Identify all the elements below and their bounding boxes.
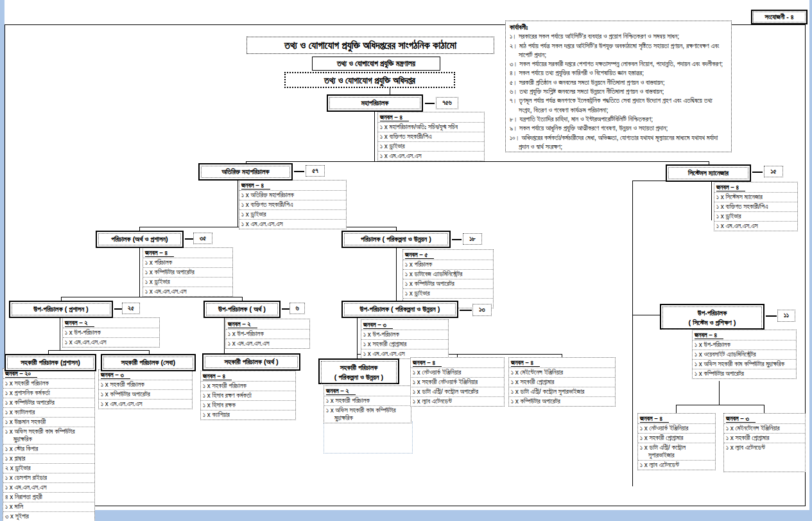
position-count-badge: ১১ [777, 310, 795, 322]
staff-row: ২ x ড্রাইভার [3, 463, 94, 473]
staff-row: ১ x হিসাব রক্ষণ কর্মকর্তা [201, 391, 295, 400]
staff-list-adg: জনবল – ৪ ১ x অতিরিক্ত মহাপরিচালক ১ x ব্য… [239, 180, 347, 229]
staff-list-system-network-team: জনবল – ৪ ১ x নেটওয়ার্ক ইঞ্জিনিয়ার ১ x … [637, 413, 716, 470]
node-title-line1: উপ-পরিচালক [698, 309, 727, 317]
position-count-badge: ১৮ [463, 233, 482, 245]
staff-row: ১ x উপ-পরিচালক [693, 340, 796, 349]
staff-row: ১ x অফিস সহকারী কাম কম্পিউটার মুদ্রাক্ষর… [693, 359, 796, 369]
node-title: সহকারী পরিচালক (প্রশাসন) [7, 357, 94, 369]
staff-row: ৪ x নিরাপত্তা প্রহরী [3, 492, 94, 502]
staff-row: ১ x সহকারী প্রোগ্রামার [724, 433, 805, 443]
staff-count-header: জনবল – ৪ [380, 114, 409, 121]
staff-count-header: জনবল – ৪ [241, 182, 270, 190]
position-count-badge: ৭৫৬ [436, 97, 458, 109]
position-count-badge: ১৩ [472, 304, 492, 316]
function-item: ১০। অধিদপ্তরের কর্মকর্তা/কর্মচারীদের মেধ… [510, 134, 727, 152]
staff-row: ১ x মেইনটেনেন্স ইঞ্জিনিয়ার [724, 423, 805, 433]
staff-list-network-team: জনবল – ৪ ১ x নেটওয়ার্ক ইঞ্জিনিয়ার ১ x … [410, 357, 505, 407]
connector-line [719, 381, 720, 405]
connector-line [60, 316, 60, 350]
staff-row: ১ x কম্পিউটার অপারেটর [99, 389, 192, 399]
staff-list-assistant-director-planning-dev: জনবল – ২ ১ x সহকারী পরিচালক ১ x অফিস সহক… [324, 385, 411, 423]
connector-line [396, 247, 397, 301]
node-title: সিস্টেমস ম্যানেজার [668, 167, 748, 179]
staff-row: ১ x এম.এল.এস.এস [378, 151, 484, 161]
connector-line [676, 405, 677, 413]
node-director-planning-dev: পরিচালক ( পরিকল্পনা ও উন্নয়ন ) [341, 231, 451, 248]
node-deputy-director-system-training: উপ-পরিচালক ( সিস্টেম ও প্রশিক্ষণ ) [660, 304, 764, 330]
staff-row: ১ x কম্পিউটার অপারেটর [403, 279, 493, 288]
node-assistant-director-service: সহকারী পরিচালক (সেবা) [101, 354, 196, 371]
staff-row: ১ x নেটওয়ার্ক ইঞ্জিনিয়ার [638, 423, 715, 433]
connector-line [238, 179, 238, 227]
connector-line [766, 315, 777, 317]
staff-row: ১ x এম.এল.এস.এস [99, 399, 192, 409]
staff-row: ১ x এম.এল.এস.এস [226, 339, 309, 348]
function-item: ৬। তথ্য প্রযুক্তি সংশ্লিষ্ট জনবলের সমতা … [510, 87, 727, 96]
connector-line [711, 180, 712, 220]
connector-line [224, 316, 225, 353]
node-assistant-director-admin: সহকারী পরিচালক (প্রশাসন) [4, 354, 96, 371]
connector-line [139, 245, 140, 297]
staff-row: ১ x অতিরিক্ত মহাপরিচালক [239, 190, 346, 200]
staff-row: ১ x পরিচালক [403, 260, 493, 269]
node-title: পরিচালক ( পরিকল্পনা ও উন্নয়ন ) [344, 233, 448, 245]
staff-row: ১ x ডাটা এন্ট্রি/ কন্ট্রোল সুপারভাইজার [638, 443, 715, 460]
connector-line [374, 110, 375, 161]
function-item: ৪। সকল পর্যায়ে তথ্য প্রযুক্তির কারিগরী … [510, 69, 727, 78]
function-item: ৮। যন্ত্রপাতি ইত্যাদির চাহিদা, মান ও ইন্… [510, 115, 727, 124]
staff-row: ১ x উচ্চমান সহকারী [3, 417, 94, 427]
staff-row: ১ x ওয়েবসাইট এ্যাডমিনিস্ট্রেটর [693, 349, 796, 359]
function-item: ৫। সরকারী প্রতিষ্ঠান ও জনবলের সমতা উন্নয… [510, 78, 727, 87]
staff-row: ১ x উপ-পরিচালক [361, 330, 448, 339]
staff-row: ১ x ডাটা এন্ট্রি/ কন্ট্রোল অপারেটর [411, 387, 504, 396]
staff-row: ১ x প্লাম্বার [3, 454, 94, 463]
functions-panel: কার্যাবলীঃ ১। সরকারের সকল পর্যায়ে আইসিট… [505, 21, 732, 152]
annex-badge: সংযোজনী - ৪ [751, 10, 808, 24]
node-title: সহকারী পরিচালক (সেবা) [103, 357, 193, 369]
function-item: ৩। সকল পর্যায়ের সরকারী দপ্তরে পেশাগত দক… [510, 60, 727, 69]
staff-row: ১ x নেটওয়ার্ক ইঞ্জিনিয়ার [411, 367, 504, 377]
node-title: উপ-পরিচালক ( পরিকল্পনা ও উন্নয়ন ) [344, 303, 456, 315]
staff-row: ১ x ডাটা এন্ট্রি/ কন্ট্রোল সুপারভাইজার [509, 387, 615, 396]
staff-list-assistant-director-finance: জনবল – ৪ ১ x সহকারী পরিচালক ১ x হিসাব রক… [200, 371, 296, 420]
function-item: ৯। সকল পর্যায়ে আধুনিক প্রযুক্তি আত্মীকর… [510, 124, 727, 133]
connector-line [752, 172, 763, 173]
staff-count-header: জনবল – ৪ [640, 415, 669, 423]
staff-row: ১ x স্টোর কিপার [3, 444, 94, 454]
annex-label: সংযোজনী - ৪ [753, 12, 806, 22]
staff-count-header: জনবল – ৩ [726, 415, 756, 423]
staff-row: ১ x সহকারী প্রোগ্রামার [509, 377, 615, 387]
staff-row: ১ x এম.এল.এস.এস [63, 337, 159, 347]
staff-row: ৩ x সুইপার [3, 511, 94, 521]
position-count-badge: ২৫ [122, 303, 140, 314]
staff-row: ১ x ব্যক্তিগত সহকারী/পিএ [239, 200, 346, 209]
staff-count-header: জনবল – ২ [228, 321, 257, 328]
staff-row: ১ x সিস্টেমস ম্যানেজার [714, 192, 797, 202]
staff-row: ১ x অফিস সহকারী কাম কম্পিউটার মুদ্রাক্ষর… [324, 405, 411, 423]
staff-list-dg: জনবল – ৪ ১ x মহাপরিচালক/অতিঃ সচিব/যুগ্ম … [377, 112, 485, 161]
org-chart-page: তথ্য ও যোগাযোগ প্রযুক্তি অধিদপ্তরের সাংগ… [0, 0, 812, 521]
staff-list-director-planning-dev: জনবল – ৫ ১ x পরিচালক ১ x ডাটাবেজ এ্যাডমি… [402, 249, 494, 308]
function-item: ২। মাঠ পর্যায় পর্যন্ত সকল দপ্তরে আইসিটি… [510, 42, 727, 60]
staff-count-header: জনবল – ৪ [511, 359, 540, 367]
node-title-line2: ( সিস্টেম ও প্রশিক্ষণ ) [689, 319, 736, 326]
connector-line [294, 171, 304, 172]
staff-row: ১ x ক্যাশিয়ার [201, 410, 295, 419]
position-count-badge: ৬ [289, 303, 305, 314]
staff-row: ১ x ল্যাব এটেনডেন্ট [638, 460, 715, 470]
connector-line [632, 181, 633, 486]
staff-row: ১ x সহকারী পরিচালক [3, 378, 94, 388]
connector-line [390, 88, 390, 94]
staff-list-maintenance-team: জনবল – ৪ ১ x মেইন্টেনেন্স ইঞ্জিনিয়ার ১ … [508, 357, 616, 407]
staff-row: ১ x ব্যক্তিগত সহকারী/পিএ [378, 132, 484, 141]
staff-row: ১ x কম্পিউটার অপারেটর [143, 267, 232, 277]
position-count-badge: ৫৭ [306, 165, 325, 177]
staff-row: ১ x ব্যক্তিগত সহকারী/পিএ [714, 202, 797, 211]
staff-row: ১ x হিসাব রক্ষক [201, 400, 295, 410]
node-additional-dg: অতিরিক্ত মহাপরিচালক [198, 163, 293, 181]
staff-list-director-finance-admin: জনবল – ৪ ১ x পরিচালক ১ x কম্পিউটার অপারে… [143, 247, 233, 297]
connector-line [61, 297, 242, 297]
staff-row: ১ x সহকারী নেটওয়ার্ক ইঞ্জিনিয়ার [411, 377, 504, 387]
staff-row: ১ x এম.এল.এস.এস [239, 219, 346, 229]
